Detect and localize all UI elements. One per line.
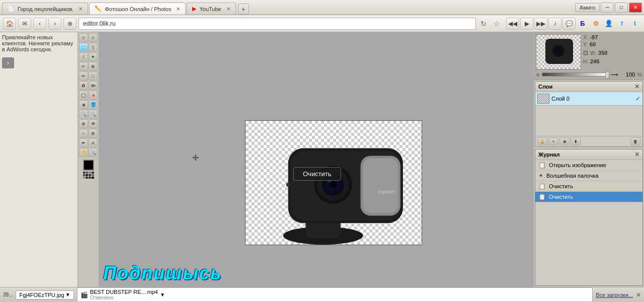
tab-1[interactable]: ✏️ Фотошоп Онлайн / Photos ✕ [89,3,186,15]
download-status: Отменено [90,295,158,300]
twitter-button[interactable]: t [629,18,641,30]
tool-burn[interactable]: 🔺 [89,91,98,100]
history-panel-header: Журнал ✕ [535,149,642,160]
tab-0-close[interactable]: ✕ [78,6,83,12]
tool-dodge[interactable]: ◯ [79,91,88,100]
tab-2[interactable]: ▶ YouTube ✕ [187,3,235,15]
history-item-2[interactable]: 📋 Очистить [535,181,642,192]
opacity-percent: % [637,71,642,78]
tool-eye[interactable]: 👁 [89,119,98,128]
layer-add-button[interactable]: + [548,137,558,145]
history-item-0[interactable]: 📋 Открыть изображение [535,160,642,171]
svg-text:logitech: logitech [378,189,395,194]
layer-lock-button[interactable]: 🔒 [537,137,547,145]
download-dropdown-arrow[interactable]: ▼ [160,292,165,297]
tool-lasso[interactable]: ⟆ [89,43,98,52]
opacity-slider[interactable] [542,72,609,77]
menu-button[interactable]: ⊕ [63,18,76,30]
tool-wand[interactable]: ✦ [89,52,98,61]
tool-heal[interactable]: ⊕ [89,62,98,71]
tool-hand[interactable]: 🤚 [79,148,88,157]
layers-panel-header: Слои ✕ [535,82,642,92]
tab-0[interactable]: 📄 Город лецплейщиков. ✕ [2,3,88,15]
vk-b-button[interactable]: Б [577,18,589,30]
status-left-text: 39... [3,292,13,297]
layer-duplicate-button[interactable]: ⊕ [559,137,570,145]
tool-select2[interactable]: ⊹ [89,33,98,42]
tool-zoom-in[interactable]: 🔍 [79,110,88,119]
history-title: Журнал [538,152,559,158]
next-media-button[interactable]: ▶▶ [534,18,547,30]
tool-move[interactable]: ⊹ [79,33,88,42]
layer-item-0[interactable]: Слой 0 ✓ [535,92,642,106]
svg-point-14 [331,204,335,208]
download-info: BEST DUBSTEP RE....mp4 Отменено [90,289,158,300]
tools-panel: ⊹ ⊹ ⬚ ⟆ / ✦ ✂ ⊕ ✏ □ ✿ ⟴ ◯ 🔺 ◈ 🪣 [78,32,99,287]
reload-button[interactable]: ↻ [478,18,489,29]
tool-zoom-out[interactable]: 🔍 [89,110,98,119]
clear-button[interactable]: Очистить [293,167,341,181]
prev-media-button[interactable]: ◀◀ [506,18,519,30]
x-value: -97 [590,34,598,40]
tool-smudge[interactable]: ⟴ [89,81,98,90]
forward-button[interactable]: › [48,18,61,30]
layer-visibility-check[interactable]: ✓ [635,95,640,102]
file-dropdown-arrow[interactable]: ▼ [65,292,70,297]
color-swatch-area [79,160,98,179]
photoshop-canvas: logitech Очистить [245,120,422,245]
tool-brush[interactable]: ✏ [79,71,88,81]
tool-pencil[interactable]: / [79,52,88,61]
tool-gradient[interactable]: ◈ [79,100,88,109]
opacity-value: 100 [620,71,635,78]
file-selector[interactable]: Fgj4FOEzTPU.jpg ▼ [16,290,73,299]
friends-button[interactable]: 👤 [603,18,615,30]
back-button[interactable]: ‹ [33,18,46,30]
address-text: editor.0lik.ru [83,20,116,27]
tool-warp[interactable]: ⊕ [89,129,98,138]
tool-pen[interactable]: ✒ [79,138,88,147]
all-downloads-link[interactable]: Все загрузки... [596,292,633,298]
address-bar[interactable]: editor.0lik.ru [78,18,476,30]
tab-1-icon: ✏️ [95,6,102,12]
tab-bar: 📄 Город лецплейщиков. ✕ ✏️ Фотошоп Онлай… [0,0,249,15]
right-panel: X: -97 Y: 60 ⊡ W: 350 H: 246 [533,32,644,287]
home-button[interactable]: 🏠 [3,18,16,30]
foreground-color[interactable] [83,160,94,171]
history-item-3[interactable]: 📋 Очистить [535,192,642,202]
status-close-button[interactable]: ✕ [636,291,641,298]
email-button[interactable]: ✉ [18,18,31,30]
facebook-button[interactable]: f [616,18,628,30]
svg-point-23 [555,47,562,54]
odnoklassniki-button[interactable]: ⊙ [590,18,602,30]
chat-button[interactable]: 💬 [562,18,576,30]
tool-clone[interactable]: ✿ [79,81,88,90]
tool-zoom3[interactable]: 🔍 [89,148,98,157]
maximize-button[interactable]: □ [615,3,628,13]
close-button[interactable]: ✕ [629,3,642,13]
history-item-1[interactable]: ✦ Волшебная палочка [535,171,642,181]
history-close-button[interactable]: ✕ [634,151,639,158]
minimize-button[interactable]: ─ [601,3,614,13]
bookmark-button[interactable]: ☆ [491,18,502,29]
layer-delete-button[interactable]: 🗑 [630,137,640,145]
tool-eraser[interactable]: □ [89,71,98,81]
tool-move2[interactable]: ⊕ [79,119,88,128]
pattern-swatch[interactable] [83,172,94,179]
canvas-area[interactable]: logitech Очистить ✛ Подпишысь [99,32,533,287]
tool-transform[interactable]: ↔ [79,129,88,138]
music-button[interactable]: ♪ [548,18,561,30]
new-tab-button[interactable]: + [238,4,249,15]
history-panel: Журнал ✕ 📋 Открыть изображение ✦ Волшебн… [535,149,643,286]
tool-crop[interactable]: ✂ [79,62,88,71]
layer-merge-button[interactable]: ⬇ [571,137,581,145]
tab-1-close[interactable]: ✕ [176,6,180,12]
tool-rect-select[interactable]: ⬚ [79,43,88,52]
tool-text[interactable]: A [89,138,98,147]
ad-button[interactable]: › [2,57,14,68]
tool-fill[interactable]: 🪣 [89,100,98,109]
webcam-image: logitech [246,121,422,245]
tab-2-close[interactable]: ✕ [226,6,230,12]
layers-close-button[interactable]: ✕ [634,83,639,90]
tab-1-label: Фотошоп Онлайн / Photos [105,6,171,12]
play-media-button[interactable]: ▶ [520,18,533,30]
